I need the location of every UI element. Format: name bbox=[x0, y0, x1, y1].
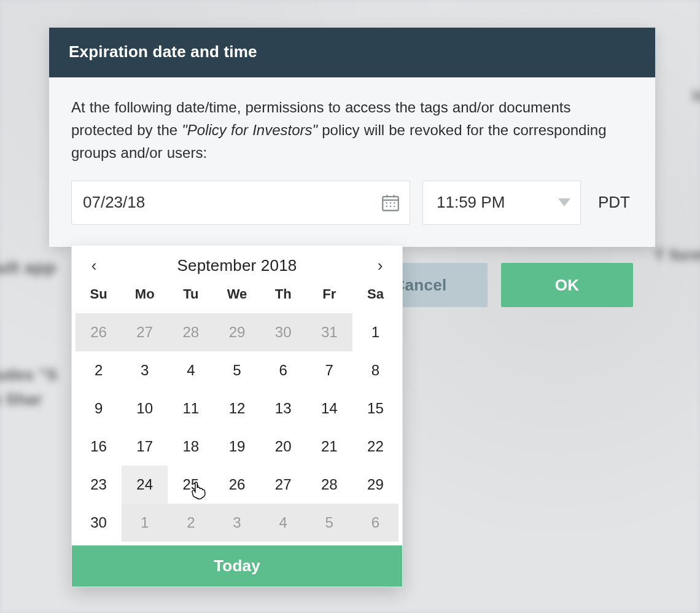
calendar-day[interactable]: 28 bbox=[168, 313, 214, 351]
calendar-day-headers: SuMoTuWeThFrSa bbox=[72, 281, 402, 313]
calendar-day[interactable]: 31 bbox=[306, 313, 352, 351]
next-month-button[interactable]: › bbox=[369, 254, 391, 276]
prev-month-button[interactable]: ‹ bbox=[83, 254, 105, 276]
calendar-day[interactable]: 25 bbox=[168, 466, 214, 504]
calendar-day[interactable]: 9 bbox=[76, 389, 122, 428]
today-button[interactable]: Today bbox=[72, 545, 402, 587]
svg-point-8 bbox=[390, 205, 392, 207]
calendar-day[interactable]: 11 bbox=[168, 389, 214, 428]
chevron-down-icon bbox=[558, 198, 570, 206]
svg-point-4 bbox=[386, 202, 387, 204]
blurred-bg-text: T form bbox=[655, 246, 700, 265]
calendar-day[interactable]: 3 bbox=[122, 351, 168, 389]
calendar-day[interactable]: 24 bbox=[122, 466, 168, 504]
calendar-day[interactable]: 1 bbox=[352, 313, 399, 351]
time-value: 11:59 PM bbox=[437, 193, 505, 212]
expiration-modal: Expiration date and time At the followin… bbox=[49, 28, 655, 247]
calendar-day[interactable]: 16 bbox=[76, 428, 122, 466]
svg-point-6 bbox=[394, 202, 395, 204]
calendar-day[interactable]: 14 bbox=[306, 389, 352, 428]
calendar-day[interactable]: 6 bbox=[352, 504, 399, 542]
modal-title: Expiration date and time bbox=[49, 28, 655, 77]
calendar-day[interactable]: 27 bbox=[122, 313, 168, 351]
calendar-day-header: We bbox=[214, 283, 260, 308]
calendar-day[interactable]: 23 bbox=[76, 466, 122, 504]
time-select[interactable]: 11:59 PM bbox=[422, 181, 581, 225]
calendar-day[interactable]: 3 bbox=[214, 504, 260, 542]
calendar-day[interactable]: 29 bbox=[352, 466, 399, 504]
calendar-month-label: September 2018 bbox=[177, 256, 297, 275]
calendar-day[interactable]: 20 bbox=[260, 428, 306, 466]
calendar-day[interactable]: 6 bbox=[260, 351, 306, 389]
calendar-day[interactable]: 7 bbox=[306, 351, 352, 389]
calendar-grid: 2627282930311234567891011121314151617181… bbox=[72, 313, 402, 545]
blurred-bg-text: is bbox=[692, 86, 700, 105]
calendar-day-header: Su bbox=[76, 283, 122, 308]
desc-policy-name: "Policy for Investors" bbox=[182, 122, 317, 138]
calendar-day[interactable]: 4 bbox=[168, 351, 214, 389]
calendar-day[interactable]: 29 bbox=[214, 313, 260, 351]
calendar-day[interactable]: 21 bbox=[306, 428, 352, 466]
calendar-day[interactable]: 1 bbox=[122, 504, 168, 542]
calendar-day[interactable]: 8 bbox=[352, 351, 399, 389]
date-input[interactable]: 07/23/18 bbox=[71, 181, 410, 225]
timezone-label: PDT bbox=[593, 193, 630, 212]
datepicker-popover: ‹ September 2018 › SuMoTuWeThFrSa 262728… bbox=[71, 246, 403, 587]
ok-button[interactable]: OK bbox=[501, 263, 633, 307]
calendar-day[interactable]: 13 bbox=[260, 389, 306, 428]
calendar-day[interactable]: 2 bbox=[168, 504, 214, 542]
calendar-day[interactable]: 22 bbox=[352, 428, 399, 466]
blurred-bg-text: ault app bbox=[0, 258, 56, 278]
calendar-header: ‹ September 2018 › bbox=[72, 246, 402, 281]
calendar-day-header: Th bbox=[260, 283, 306, 308]
calendar-day[interactable]: 2 bbox=[76, 351, 122, 389]
inputs-row: 07/23/18 11:59 PM PDT bbox=[71, 181, 633, 225]
calendar-day-header: Fr bbox=[306, 283, 352, 308]
calendar-day-header: Tu bbox=[168, 283, 214, 308]
calendar-day-header: Sa bbox=[352, 283, 399, 308]
calendar-day[interactable]: 18 bbox=[168, 428, 214, 466]
svg-point-9 bbox=[394, 205, 395, 207]
blurred-bg-text: cludes "S bbox=[0, 365, 58, 385]
calendar-day[interactable]: 10 bbox=[122, 389, 168, 428]
calendar-day[interactable]: 27 bbox=[260, 466, 306, 504]
date-value: 07/23/18 bbox=[83, 193, 145, 212]
calendar-day[interactable]: 26 bbox=[214, 466, 260, 504]
calendar-day-header: Mo bbox=[122, 283, 168, 308]
calendar-day[interactable]: 30 bbox=[260, 313, 306, 351]
calendar-day[interactable]: 4 bbox=[260, 504, 306, 542]
calendar-day[interactable]: 17 bbox=[122, 428, 168, 466]
svg-point-5 bbox=[390, 202, 392, 204]
calendar-day[interactable]: 19 bbox=[214, 428, 260, 466]
calendar-day[interactable]: 30 bbox=[76, 504, 122, 542]
calendar-day[interactable]: 26 bbox=[76, 313, 122, 351]
modal-body: At the following date/time, permissions … bbox=[49, 77, 655, 247]
calendar-icon[interactable] bbox=[380, 192, 401, 213]
modal-description: At the following date/time, permissions … bbox=[71, 96, 633, 165]
calendar-day[interactable]: 5 bbox=[214, 351, 260, 389]
calendar-day[interactable]: 12 bbox=[214, 389, 260, 428]
calendar-day[interactable]: 5 bbox=[306, 504, 352, 542]
blurred-bg-text: he Shar bbox=[0, 390, 42, 409]
calendar-day[interactable]: 28 bbox=[306, 466, 352, 504]
calendar-day[interactable]: 15 bbox=[352, 389, 399, 428]
svg-point-7 bbox=[386, 205, 387, 207]
